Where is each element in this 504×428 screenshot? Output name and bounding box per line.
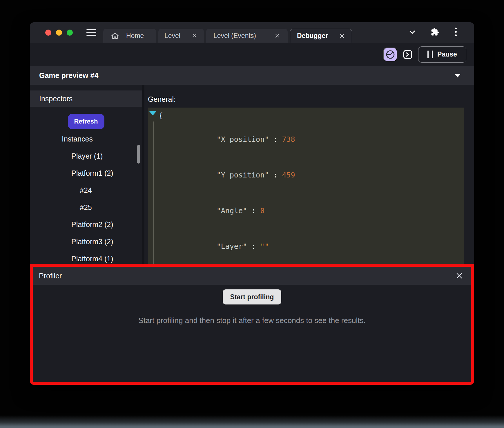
profiler-description: Start profiling and then stop it after a… xyxy=(138,316,365,325)
profiler-header: Profiler xyxy=(33,267,471,285)
profiler-close-button[interactable] xyxy=(455,271,464,280)
hamburger-icon xyxy=(86,29,96,30)
tab-bar: Home Level Level (Events) Debugger xyxy=(30,22,474,43)
json-line: "Y position" : 459 xyxy=(148,157,464,193)
close-icon[interactable] xyxy=(274,32,280,39)
home-icon xyxy=(111,32,119,40)
sidebar-scrollbar[interactable] xyxy=(137,145,140,164)
kebab-icon xyxy=(454,27,458,37)
console-button[interactable] xyxy=(403,49,413,60)
profiler-toggle-button[interactable] xyxy=(383,48,397,61)
tree-item-player[interactable]: Player (1) xyxy=(30,148,142,165)
game-preview-header[interactable]: Game preview #4 xyxy=(30,66,474,85)
minimize-window-button[interactable] xyxy=(56,30,62,36)
screen: Home Level Level (Events) Debugger xyxy=(0,0,504,428)
tree-item-24[interactable]: #24 xyxy=(30,182,142,199)
tree-item-platform3[interactable]: Platform3 (2) xyxy=(30,233,142,250)
tab-label: Home xyxy=(126,32,144,40)
tree-item-instances[interactable]: Instances xyxy=(30,130,142,148)
close-icon[interactable] xyxy=(191,32,198,39)
json-line: "Angle" : 0 xyxy=(148,193,464,228)
profiler-title: Profiler xyxy=(39,272,62,280)
main-menu-button[interactable] xyxy=(86,29,96,36)
start-profiling-button[interactable]: Start profiling xyxy=(223,289,282,304)
inspectors-header: Inspectors xyxy=(30,90,142,107)
instances-tree: Instances Player (1) Platform1 (2) #24 #… xyxy=(30,130,142,267)
tab-label: Level xyxy=(164,32,180,40)
json-line: "X position" : 738 xyxy=(148,121,464,157)
json-line: "Layer" : "" xyxy=(148,228,464,264)
game-preview-title: Game preview #4 xyxy=(39,71,98,80)
extensions-button[interactable] xyxy=(431,28,439,37)
profiler-panel: Profiler Start profiling Start profiling… xyxy=(30,264,474,385)
close-icon xyxy=(455,271,464,280)
tree-item-platform2[interactable]: Platform2 (2) xyxy=(30,216,142,233)
tree-item-platform1[interactable]: Platform1 (2) xyxy=(30,165,142,182)
tab-home[interactable]: Home xyxy=(103,29,156,43)
json-open-brace: { xyxy=(148,110,464,121)
pause-button[interactable]: Pause xyxy=(418,46,466,63)
more-menu-button[interactable] xyxy=(454,27,458,38)
refresh-button[interactable]: Refresh xyxy=(68,114,104,129)
tab-debugger[interactable]: Debugger xyxy=(290,29,352,43)
console-icon xyxy=(403,49,413,60)
puzzle-icon xyxy=(431,28,439,36)
tab-label: Level (Events) xyxy=(213,32,256,40)
app-window: Home Level Level (Events) Debugger xyxy=(30,22,474,385)
profiler-body: Start profiling Start profiling and then… xyxy=(33,285,471,382)
debugger-toolbar: Pause xyxy=(30,43,474,66)
general-section-title: General: xyxy=(148,95,464,104)
pause-icon xyxy=(427,50,433,58)
chevron-down-icon[interactable] xyxy=(408,28,416,37)
inspectors-title: Inspectors xyxy=(39,95,72,103)
tab-strip: Home Level Level (Events) Debugger xyxy=(103,29,354,43)
gauge-icon xyxy=(385,49,396,60)
desktop-floor xyxy=(0,415,504,428)
window-controls xyxy=(45,30,73,36)
dropdown-triangle-icon[interactable] xyxy=(454,74,461,77)
expand-triangle-icon[interactable] xyxy=(149,111,156,115)
tab-bar-actions xyxy=(408,27,474,38)
tab-label: Debugger xyxy=(297,32,328,40)
close-icon[interactable] xyxy=(339,33,345,39)
tab-level[interactable]: Level xyxy=(158,29,204,43)
close-window-button[interactable] xyxy=(45,30,51,36)
pause-label: Pause xyxy=(437,50,457,58)
tree-item-25[interactable]: #25 xyxy=(30,199,142,216)
tab-level-events[interactable]: Level (Events) xyxy=(206,29,288,43)
zoom-window-button[interactable] xyxy=(67,30,73,36)
